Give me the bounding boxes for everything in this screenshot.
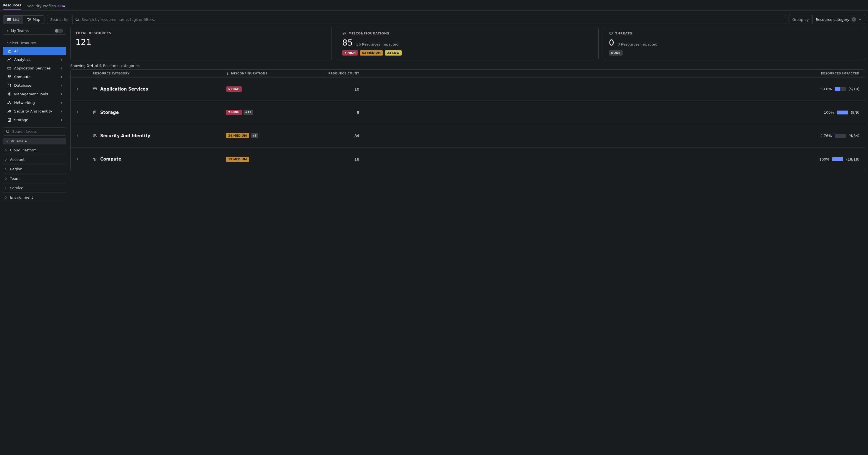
category-name: Application Services	[100, 87, 148, 92]
svg-line-30	[9, 132, 9, 133]
extra-count-badge[interactable]: +19	[244, 110, 253, 115]
view-list[interactable]: List	[3, 16, 23, 24]
card-total-resources: TOTAL RESOURCES 121	[70, 27, 332, 60]
extra-count-badge[interactable]: +6	[251, 133, 258, 138]
facet-label: Region	[10, 167, 23, 171]
category-name: Compute	[100, 157, 121, 162]
sidebar-item[interactable]: Application Services	[3, 64, 66, 72]
sidebar-item-label: Compute	[14, 75, 31, 79]
search-input[interactable]	[82, 18, 783, 22]
col-impacted[interactable]: RESOURCES IMPACTED	[359, 72, 859, 75]
nav-icon	[7, 92, 11, 96]
sidebar-item[interactable]: Storage	[3, 116, 66, 124]
badge-medium[interactable]: 53 MEDIUM	[360, 50, 383, 56]
expand-button[interactable]	[76, 110, 93, 115]
sidebar-item[interactable]: Networking	[3, 98, 66, 107]
resource-nav: AllAnalyticsApplication ServicesComputeD…	[3, 47, 66, 124]
beta-badge: BETA	[58, 5, 65, 7]
impacted-frac: (18/18)	[846, 157, 859, 161]
col-category[interactable]: RESOURCE CATEGORY	[93, 72, 226, 75]
expand-button[interactable]	[76, 87, 93, 91]
sidebar-item[interactable]: Security And Identity	[3, 107, 66, 116]
chevron-down-icon	[5, 140, 9, 143]
facet-item[interactable]: Team	[3, 174, 66, 183]
facet-search-input[interactable]	[12, 129, 63, 133]
facet-item[interactable]: Region	[3, 164, 66, 174]
card-title-label: MISCONFIGURATIONS	[348, 32, 389, 35]
search-for-label: Search for	[47, 15, 72, 24]
severity-badge[interactable]: 2 HIGH	[226, 110, 242, 115]
chevron-right-icon	[60, 110, 63, 113]
expand-button[interactable]	[76, 133, 93, 138]
col-misconfig[interactable]: MISCONFIGURATIONS	[226, 72, 304, 75]
nav-icon	[7, 118, 11, 122]
nav-icon	[7, 100, 11, 105]
col-count[interactable]: RESOURCE COUNT	[304, 72, 359, 75]
toggle-switch[interactable]	[55, 29, 63, 33]
severity-badge[interactable]: 5 HIGH	[226, 86, 242, 92]
impacted-frac: (4/84)	[848, 133, 859, 138]
chevron-right-icon	[4, 158, 8, 161]
badge-high[interactable]: 7 HIGH	[342, 50, 358, 56]
svg-point-3	[7, 18, 8, 19]
svg-point-15	[8, 75, 9, 77]
sidebar-item[interactable]: Management Tools	[3, 90, 66, 98]
table-row[interactable]: Security And Identity 34 MEDIUM+6 84 4.7…	[70, 124, 865, 148]
tab-resources[interactable]: Resources	[3, 0, 21, 10]
category-name: Security And Identity	[100, 133, 150, 138]
metadata-label: METADATA	[10, 140, 27, 143]
tab-security-label: Security Profiles	[27, 4, 56, 8]
clear-group-icon[interactable]: ✕	[851, 17, 856, 22]
facet-item[interactable]: Service	[3, 183, 66, 193]
chevron-right-icon	[4, 196, 8, 199]
misconfig-value: 85	[342, 38, 353, 48]
resource-count: 9	[304, 110, 359, 115]
group-by: Group by Resource category ✕	[788, 15, 865, 24]
chevron-right-icon	[60, 101, 63, 104]
sidebar-item-label: Management Tools	[14, 92, 48, 96]
badge-low[interactable]: 23 LOW	[385, 50, 402, 56]
svg-point-17	[9, 77, 10, 78]
chevron-right-icon	[60, 92, 63, 96]
sort-desc-icon	[226, 72, 229, 75]
sidebar-item[interactable]: Database	[3, 81, 66, 90]
category-icon	[93, 110, 97, 115]
card-misconfigurations: MISCONFIGURATIONS 85 36 Resources impact…	[337, 27, 598, 60]
chevron-right-icon	[60, 67, 63, 70]
my-teams-toggle[interactable]: My Teams	[3, 27, 66, 35]
severity-badge[interactable]: 34 MEDIUM	[226, 133, 249, 138]
table-row[interactable]: Storage 2 HIGH+19 9 100% (9/9)	[70, 101, 865, 124]
facet-item[interactable]: Account	[3, 155, 66, 164]
tab-security-profiles[interactable]: Security Profiles BETA	[27, 1, 65, 10]
view-map[interactable]: Map	[23, 16, 44, 24]
group-by-select[interactable]: Resource category ✕	[812, 15, 865, 24]
severity-badge[interactable]: 19 MEDIUM	[226, 157, 249, 162]
sidebar-item[interactable]: Compute	[3, 72, 66, 81]
facet-item[interactable]: Cloud Platform	[3, 146, 66, 155]
my-teams-label: My Teams	[11, 29, 29, 33]
progress-bar	[835, 134, 846, 138]
impacted-pct: 100%	[824, 110, 834, 115]
map-icon	[27, 18, 31, 22]
list-icon	[7, 18, 11, 22]
table-row[interactable]: Application Services 5 HIGH 10 50.0% (5/…	[70, 78, 865, 101]
resource-table: RESOURCE CATEGORY MISCONFIGURATIONS RESO…	[70, 69, 865, 171]
svg-point-5	[7, 20, 8, 21]
svg-rect-13	[8, 67, 11, 69]
sidebar-item[interactable]: All	[3, 47, 66, 55]
metadata-heading[interactable]: METADATA	[3, 138, 66, 145]
facet-label: Environment	[10, 195, 33, 200]
sidebar-item[interactable]: Analytics	[3, 55, 66, 64]
table-row[interactable]: Compute 19 MEDIUM 18 100% (18/18)	[70, 148, 865, 171]
svg-point-19	[9, 93, 10, 95]
svg-point-18	[8, 84, 10, 85]
sidebar-item-label: All	[14, 49, 19, 53]
facet-label: Service	[10, 186, 23, 190]
sidebar-item-label: Storage	[14, 118, 28, 122]
facet-item[interactable]: Environment	[3, 193, 66, 202]
svg-line-12	[78, 20, 79, 21]
category-icon	[93, 87, 97, 91]
expand-button[interactable]	[76, 157, 93, 161]
svg-point-4	[7, 20, 8, 20]
card-threats: THREATS 0 0 Resources impacted NONE	[603, 27, 865, 60]
